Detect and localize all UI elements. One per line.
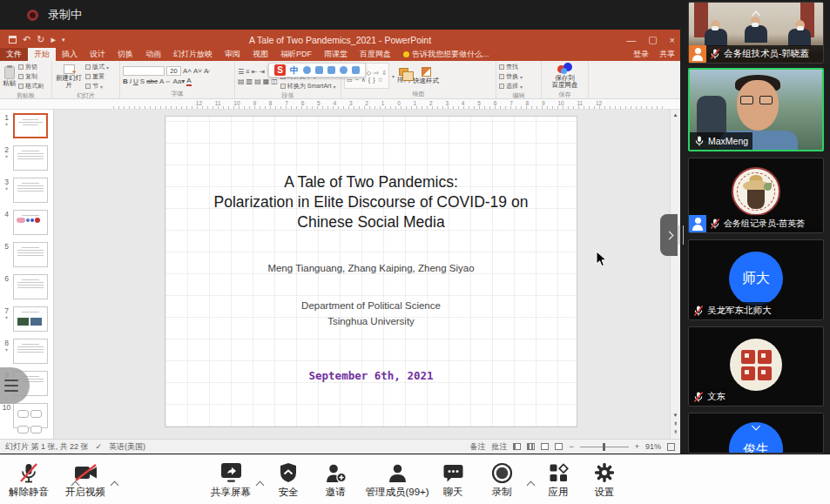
tab-foxit-pdf[interactable]: 福昕PDF [274, 48, 318, 61]
arrange-button[interactable]: 排列 [397, 63, 410, 89]
change-case-icon[interactable]: Aa▾ [172, 77, 185, 85]
find-button[interactable]: 查找 [499, 63, 523, 71]
panel-collapse-down-icon[interactable] [753, 417, 759, 433]
zoom-level[interactable]: 91% [645, 442, 661, 451]
record-options-chevron[interactable] [528, 476, 534, 492]
shadow-button[interactable]: S [140, 77, 145, 85]
thumbnail-slide-5[interactable]: 5 [0, 242, 53, 269]
unmute-button[interactable]: 解除静音 [2, 461, 56, 499]
spellcheck-icon[interactable]: ✓ [96, 442, 103, 451]
scroll-down-icon[interactable]: ▼ [673, 412, 678, 420]
tab-review[interactable]: 审阅 [219, 48, 246, 61]
slide-sorter-icon[interactable] [527, 443, 535, 450]
slide-authors[interactable]: Meng Tianguang, Zhang Kaiping, Zheng Siy… [183, 263, 559, 273]
slide-affiliation[interactable]: Department of Political Science Tsinghua… [183, 298, 559, 330]
align-right-icon[interactable]: ▤ [254, 77, 261, 85]
video-tile-maxmeng[interactable]: MaxMeng [688, 68, 824, 151]
bold-button[interactable]: B [123, 77, 128, 85]
tab-animations[interactable]: 动画 [139, 48, 167, 61]
thumbnail-slide-2[interactable]: 2✦ [0, 145, 53, 172]
ime-mode-chinese[interactable]: 中 [290, 64, 299, 77]
font-color-button[interactable]: A [186, 77, 191, 86]
settings-button[interactable]: 设置 [580, 461, 629, 499]
customize-qat-icon[interactable]: ▾ [62, 37, 65, 44]
security-button[interactable]: 安全 [264, 461, 313, 499]
start-video-button[interactable]: 开启视频 [57, 461, 113, 499]
cut-button[interactable]: 剪切 [18, 63, 44, 71]
tab-design[interactable]: 设计 [84, 48, 111, 61]
comments-button[interactable]: 批注 [491, 441, 507, 453]
slideshow-view-icon[interactable] [555, 443, 563, 450]
char-spacing-icon[interactable]: A⇔ [159, 77, 171, 85]
sogou-logo-icon[interactable]: S [274, 64, 286, 76]
slide-1[interactable]: A Tale of Two Pandemics: Polarization in… [165, 117, 577, 427]
slideshow-icon[interactable]: ▸ [51, 34, 56, 45]
chat-button[interactable]: 聊天 [428, 461, 477, 499]
ime-emoji-icon[interactable] [303, 66, 311, 74]
panel-collapse-up-icon[interactable] [753, 6, 759, 22]
share-options-chevron[interactable] [257, 476, 263, 492]
indent-increase-icon[interactable]: ⇥ [260, 68, 266, 76]
zoom-slider-thumb[interactable] [603, 443, 605, 451]
zoom-out-icon[interactable]: − [569, 442, 573, 451]
tab-transitions[interactable]: 切换 [111, 48, 139, 61]
sign-in-link[interactable]: 登录 [633, 49, 649, 60]
video-tile-participant-5[interactable]: 文东 [688, 326, 824, 407]
panel-resize-grip[interactable] [678, 225, 684, 245]
previous-slide-icon[interactable]: ⇞ [673, 420, 678, 429]
thumbnail-slide-3[interactable]: 3✦ [0, 178, 53, 205]
quick-access-toolbar[interactable]: ↶ ↻ ▸ ▾ [9, 34, 64, 45]
video-tile-participant-1[interactable]: 会务组技术员-郭晓蓋 [688, 2, 824, 64]
invite-button[interactable]: 邀请 [311, 461, 360, 499]
shapes-more-icon[interactable]: ▾ [392, 73, 395, 79]
smartart-button[interactable]: 转换为 SmartArt▾ [280, 82, 336, 91]
undo-icon[interactable]: ↶ [23, 34, 30, 45]
minimize-icon[interactable]: — [626, 35, 636, 45]
window-controls[interactable]: — ▢ × [626, 30, 675, 50]
thumbnail-slide-6[interactable]: 6 [0, 274, 53, 301]
apps-button[interactable]: 应用 [534, 461, 583, 499]
tab-baidu-netdisk[interactable]: 百度网盘 [354, 48, 397, 61]
notes-button[interactable]: 备注 [469, 441, 485, 453]
columns-icon[interactable]: ◫ [271, 77, 278, 85]
zoom-in-icon[interactable]: + [635, 442, 639, 451]
share-screen-button[interactable]: 共享屏幕 [203, 461, 259, 499]
slide-scrollbar[interactable]: ▲ ▼ ⇞ ⇟ [670, 110, 680, 439]
panel-collapse-handle[interactable] [660, 214, 678, 256]
tab-insert[interactable]: 插入 [56, 48, 84, 61]
justify-icon[interactable]: ▦ [263, 77, 270, 85]
video-tile-participant-4[interactable]: 师大 文东 吴龙军东北师大 [688, 239, 824, 320]
video-tile-participant-6[interactable]: 俊生 [688, 413, 824, 454]
font-name-box[interactable] [123, 66, 165, 76]
close-icon[interactable]: × [670, 35, 675, 45]
align-center-icon[interactable]: ▥ [246, 77, 253, 85]
tab-slideshow[interactable]: 幻灯片放映 [167, 48, 219, 61]
thumbnail-slide-4[interactable]: 4 [0, 210, 53, 237]
select-button[interactable]: 选择▾ [499, 82, 523, 91]
align-left-icon[interactable]: ▤ [238, 77, 245, 85]
share-button[interactable]: 共享 [659, 49, 675, 60]
ime-mic-icon[interactable] [315, 66, 323, 74]
layout-button[interactable]: 版式▾ [85, 63, 109, 71]
thumbnail-slide-1[interactable]: 1✦ [0, 113, 53, 140]
thumbnail-slide-10[interactable]: 10 [0, 403, 53, 430]
ime-toolbox-icon[interactable] [352, 66, 360, 74]
tab-file[interactable]: 文件 [0, 48, 28, 61]
normal-view-icon[interactable] [513, 443, 521, 450]
numbering-icon[interactable]: ≡ [246, 68, 250, 76]
slide-title[interactable]: A Tale of Two Pandemics: Polarization in… [183, 172, 559, 232]
tab-home[interactable]: 开始 [28, 48, 56, 61]
format-painter-button[interactable]: 格式刷 [18, 82, 44, 91]
quick-styles-button[interactable]: 快速样式 [413, 63, 439, 89]
save-to-baidu-button[interactable]: 保存到 百度网盘 [552, 63, 578, 90]
slide-canvas-area[interactable]: A Tale of Two Pandemics: Polarization in… [54, 110, 670, 439]
tab-view[interactable]: 视图 [246, 48, 274, 61]
manage-members-button[interactable]: 管理成员(99+) [359, 461, 435, 499]
reading-view-icon[interactable] [541, 443, 549, 450]
next-slide-icon[interactable]: ⇟ [673, 428, 678, 437]
ime-skin-icon[interactable] [340, 66, 348, 74]
fit-to-window-icon[interactable] [667, 443, 675, 451]
underline-button[interactable]: U [133, 77, 138, 85]
sogou-ime-bar[interactable]: S 中 [268, 63, 366, 77]
replace-button[interactable]: 替换▾ [499, 72, 523, 81]
